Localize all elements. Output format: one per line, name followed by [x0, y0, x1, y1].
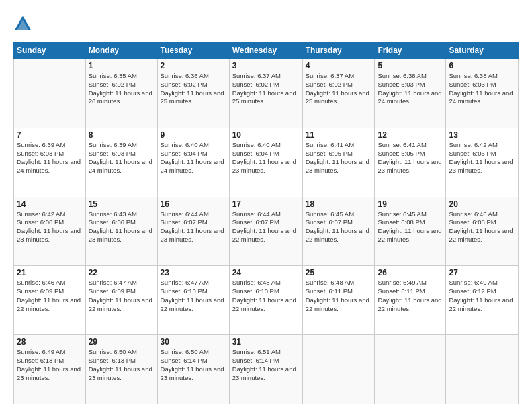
calendar-cell: 12Sunrise: 6:41 AM Sunset: 6:05 PM Dayli… — [375, 128, 446, 197]
calendar-cell: 25Sunrise: 6:48 AM Sunset: 6:11 PM Dayli… — [302, 266, 375, 335]
calendar-cell: 23Sunrise: 6:47 AM Sunset: 6:10 PM Dayli… — [157, 266, 229, 335]
calendar-cell: 8Sunrise: 6:39 AM Sunset: 6:03 PM Daylig… — [85, 128, 157, 197]
day-info: Sunrise: 6:40 AM Sunset: 6:04 PM Dayligh… — [232, 141, 300, 175]
calendar-week-2: 7Sunrise: 6:39 AM Sunset: 6:03 PM Daylig… — [14, 128, 519, 197]
calendar-cell: 14Sunrise: 6:42 AM Sunset: 6:06 PM Dayli… — [14, 197, 86, 266]
day-info: Sunrise: 6:41 AM Sunset: 6:05 PM Dayligh… — [378, 141, 443, 175]
calendar-cell: 31Sunrise: 6:51 AM Sunset: 6:14 PM Dayli… — [229, 335, 302, 404]
day-number: 31 — [232, 337, 300, 347]
day-number: 26 — [378, 268, 443, 277]
day-info: Sunrise: 6:36 AM Sunset: 6:02 PM Dayligh… — [161, 72, 226, 106]
day-info: Sunrise: 6:46 AM Sunset: 6:08 PM Dayligh… — [449, 210, 515, 244]
calendar-cell: 3Sunrise: 6:37 AM Sunset: 6:02 PM Daylig… — [229, 59, 302, 128]
calendar-cell: 29Sunrise: 6:50 AM Sunset: 6:13 PM Dayli… — [85, 335, 157, 404]
calendar-cell — [375, 335, 446, 404]
calendar-week-5: 28Sunrise: 6:49 AM Sunset: 6:13 PM Dayli… — [14, 335, 519, 404]
calendar-cell: 24Sunrise: 6:48 AM Sunset: 6:10 PM Dayli… — [229, 266, 302, 335]
day-info: Sunrise: 6:45 AM Sunset: 6:07 PM Dayligh… — [306, 210, 372, 244]
calendar-cell: 26Sunrise: 6:49 AM Sunset: 6:11 PM Dayli… — [375, 266, 446, 335]
logo-icon — [13, 15, 32, 34]
calendar-cell: 7Sunrise: 6:39 AM Sunset: 6:03 PM Daylig… — [14, 128, 86, 197]
header-row: SundayMondayTuesdayWednesdayThursdayFrid… — [14, 42, 519, 59]
calendar-body: 1Sunrise: 6:35 AM Sunset: 6:02 PM Daylig… — [14, 59, 519, 404]
day-info: Sunrise: 6:38 AM Sunset: 6:03 PM Dayligh… — [378, 72, 443, 106]
calendar-cell: 17Sunrise: 6:44 AM Sunset: 6:07 PM Dayli… — [229, 197, 302, 266]
calendar-cell: 13Sunrise: 6:42 AM Sunset: 6:05 PM Dayli… — [446, 128, 519, 197]
day-number: 13 — [449, 130, 515, 140]
day-info: Sunrise: 6:49 AM Sunset: 6:11 PM Dayligh… — [378, 279, 443, 313]
day-number: 30 — [161, 337, 226, 347]
calendar-cell: 6Sunrise: 6:38 AM Sunset: 6:03 PM Daylig… — [446, 59, 519, 128]
day-number: 2 — [161, 61, 226, 71]
day-info: Sunrise: 6:35 AM Sunset: 6:02 PM Dayligh… — [89, 72, 154, 106]
day-info: Sunrise: 6:39 AM Sunset: 6:03 PM Dayligh… — [89, 141, 154, 175]
day-number: 9 — [161, 130, 226, 140]
calendar-cell: 5Sunrise: 6:38 AM Sunset: 6:03 PM Daylig… — [375, 59, 446, 128]
day-number: 28 — [17, 337, 83, 347]
calendar-week-3: 14Sunrise: 6:42 AM Sunset: 6:06 PM Dayli… — [14, 197, 519, 266]
day-number: 4 — [306, 61, 372, 71]
day-number: 7 — [17, 130, 83, 140]
day-info: Sunrise: 6:43 AM Sunset: 6:06 PM Dayligh… — [89, 210, 154, 244]
day-info: Sunrise: 6:49 AM Sunset: 6:13 PM Dayligh… — [17, 348, 83, 382]
day-number: 25 — [306, 268, 372, 277]
header-cell-saturday: Saturday — [446, 42, 519, 59]
day-number: 1 — [89, 61, 154, 71]
calendar-cell: 28Sunrise: 6:49 AM Sunset: 6:13 PM Dayli… — [14, 335, 86, 404]
calendar-cell — [302, 335, 375, 404]
day-number: 12 — [378, 130, 443, 140]
calendar-cell: 27Sunrise: 6:49 AM Sunset: 6:12 PM Dayli… — [446, 266, 519, 335]
day-number: 16 — [161, 199, 226, 209]
day-info: Sunrise: 6:42 AM Sunset: 6:06 PM Dayligh… — [17, 210, 83, 244]
day-info: Sunrise: 6:46 AM Sunset: 6:09 PM Dayligh… — [17, 279, 83, 313]
calendar-cell: 30Sunrise: 6:50 AM Sunset: 6:14 PM Dayli… — [157, 335, 229, 404]
day-info: Sunrise: 6:41 AM Sunset: 6:05 PM Dayligh… — [306, 141, 372, 175]
calendar-cell: 19Sunrise: 6:45 AM Sunset: 6:08 PM Dayli… — [375, 197, 446, 266]
calendar-cell: 11Sunrise: 6:41 AM Sunset: 6:05 PM Dayli… — [302, 128, 375, 197]
calendar-cell: 15Sunrise: 6:43 AM Sunset: 6:06 PM Dayli… — [85, 197, 157, 266]
header-cell-tuesday: Tuesday — [157, 42, 229, 59]
day-number: 5 — [378, 61, 443, 71]
calendar-table: SundayMondayTuesdayWednesdayThursdayFrid… — [13, 42, 519, 404]
header-cell-sunday: Sunday — [14, 42, 86, 59]
day-number: 11 — [306, 130, 372, 140]
day-info: Sunrise: 6:50 AM Sunset: 6:13 PM Dayligh… — [89, 348, 154, 382]
day-info: Sunrise: 6:45 AM Sunset: 6:08 PM Dayligh… — [378, 210, 443, 244]
calendar-header: SundayMondayTuesdayWednesdayThursdayFrid… — [14, 42, 519, 59]
calendar-week-4: 21Sunrise: 6:46 AM Sunset: 6:09 PM Dayli… — [14, 266, 519, 335]
header-cell-wednesday: Wednesday — [229, 42, 302, 59]
day-number: 19 — [378, 199, 443, 209]
calendar-cell: 20Sunrise: 6:46 AM Sunset: 6:08 PM Dayli… — [446, 197, 519, 266]
day-number: 8 — [89, 130, 154, 140]
day-number: 6 — [449, 61, 515, 71]
day-number: 15 — [89, 199, 154, 209]
day-number: 29 — [89, 337, 154, 347]
day-info: Sunrise: 6:44 AM Sunset: 6:07 PM Dayligh… — [161, 210, 226, 244]
day-info: Sunrise: 6:37 AM Sunset: 6:02 PM Dayligh… — [232, 72, 300, 106]
day-info: Sunrise: 6:47 AM Sunset: 6:09 PM Dayligh… — [89, 279, 154, 313]
calendar-cell: 18Sunrise: 6:45 AM Sunset: 6:07 PM Dayli… — [302, 197, 375, 266]
header-cell-monday: Monday — [85, 42, 157, 59]
day-info: Sunrise: 6:49 AM Sunset: 6:12 PM Dayligh… — [449, 279, 515, 313]
day-number: 18 — [306, 199, 372, 209]
day-info: Sunrise: 6:37 AM Sunset: 6:02 PM Dayligh… — [306, 72, 372, 106]
calendar-cell — [14, 59, 86, 128]
header — [13, 12, 519, 34]
calendar-cell: 10Sunrise: 6:40 AM Sunset: 6:04 PM Dayli… — [229, 128, 302, 197]
day-number: 14 — [17, 199, 83, 209]
day-number: 23 — [161, 268, 226, 277]
calendar-cell: 1Sunrise: 6:35 AM Sunset: 6:02 PM Daylig… — [85, 59, 157, 128]
day-info: Sunrise: 6:47 AM Sunset: 6:10 PM Dayligh… — [161, 279, 226, 313]
logo — [13, 15, 35, 34]
day-info: Sunrise: 6:44 AM Sunset: 6:07 PM Dayligh… — [232, 210, 300, 244]
day-info: Sunrise: 6:38 AM Sunset: 6:03 PM Dayligh… — [449, 72, 515, 106]
day-number: 17 — [232, 199, 300, 209]
header-cell-friday: Friday — [375, 42, 446, 59]
calendar-week-1: 1Sunrise: 6:35 AM Sunset: 6:02 PM Daylig… — [14, 59, 519, 128]
day-number: 22 — [89, 268, 154, 277]
day-info: Sunrise: 6:48 AM Sunset: 6:11 PM Dayligh… — [306, 279, 372, 313]
day-info: Sunrise: 6:40 AM Sunset: 6:04 PM Dayligh… — [161, 141, 226, 175]
calendar-cell: 16Sunrise: 6:44 AM Sunset: 6:07 PM Dayli… — [157, 197, 229, 266]
day-info: Sunrise: 6:51 AM Sunset: 6:14 PM Dayligh… — [232, 348, 300, 382]
calendar-cell: 22Sunrise: 6:47 AM Sunset: 6:09 PM Dayli… — [85, 266, 157, 335]
